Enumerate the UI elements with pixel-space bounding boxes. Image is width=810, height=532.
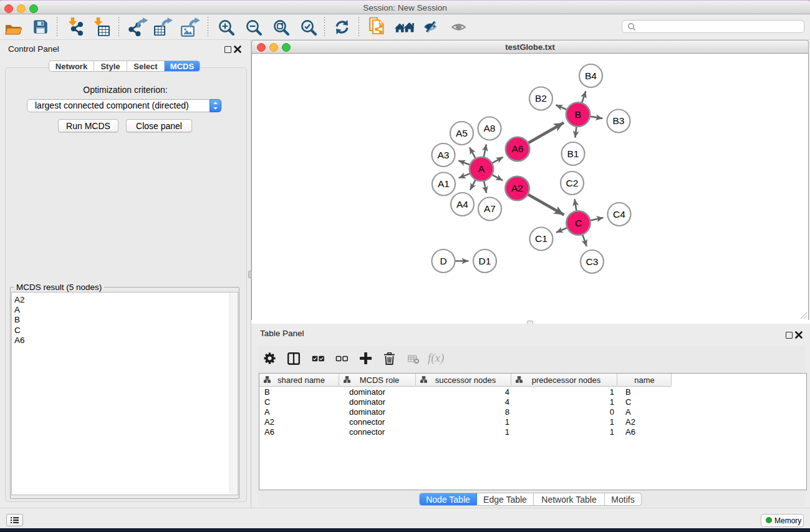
svg-text:A8: A8 (484, 123, 496, 133)
svg-text:B3: B3 (613, 115, 625, 126)
svg-text:D1: D1 (479, 256, 491, 266)
svg-text:A4: A4 (456, 199, 468, 210)
svg-text:B2: B2 (535, 93, 547, 104)
svg-text:C: C (575, 218, 582, 228)
svg-text:A1: A1 (438, 178, 450, 189)
svg-text:A2: A2 (511, 183, 523, 193)
svg-text:C2: C2 (566, 178, 579, 188)
svg-text:B4: B4 (585, 70, 597, 81)
svg-text:C3: C3 (586, 256, 599, 267)
svg-text:A5: A5 (456, 128, 468, 138)
svg-text:A7: A7 (484, 203, 496, 214)
svg-text:A: A (478, 163, 485, 174)
svg-text:C4: C4 (613, 209, 625, 220)
svg-text:B1: B1 (567, 148, 579, 159)
svg-text:C1: C1 (535, 233, 547, 244)
svg-text:A6: A6 (512, 143, 524, 154)
svg-text:D: D (440, 256, 446, 266)
svg-text:B: B (575, 109, 581, 120)
svg-text:A3: A3 (438, 150, 450, 160)
